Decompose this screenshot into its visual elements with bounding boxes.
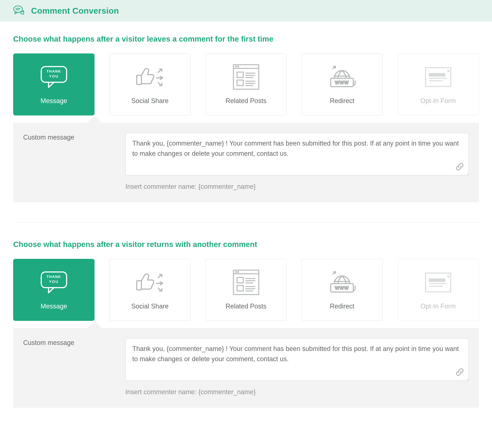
card-label: Opt-In Form [420,302,456,310]
svg-rect-36 [237,278,243,283]
svg-rect-25 [429,73,445,76]
custom-message-label: Custom message [23,338,118,396]
svg-text:YOU: YOU [49,74,59,78]
card-row-first-time: THANK YOU Message Social Sha [13,53,479,115]
card-label: Social Share [131,97,169,105]
card-label: Related Posts [226,302,266,310]
card-related-posts[interactable]: Related Posts [205,259,287,321]
svg-text:YOU: YOU [49,280,59,284]
card-related-posts[interactable]: Related Posts [205,53,287,115]
card-row-returning: THANK YOU Message Social Share [13,259,479,321]
svg-text:WWW: WWW [335,286,349,290]
card-label: Message [41,97,67,105]
card-optin-form: Opt-In Form [398,53,479,115]
section-title-returning: Choose what happens after a visitor retu… [13,240,479,249]
related-posts-icon [232,269,260,295]
svg-rect-50 [429,279,445,281]
card-label: Opt-In Form [420,97,456,105]
custom-message-label: Custom message [23,133,118,190]
section-title-first-time: Choose what happens after a visitor leav… [13,35,479,43]
optin-form-icon [424,64,452,90]
active-card-pointer [13,321,479,328]
insert-link-icon[interactable] [455,368,464,377]
custom-message-textarea[interactable] [126,133,469,175]
card-message[interactable]: THANK YOU Message [13,259,94,321]
custom-message-panel-first-time: Custom message Insert commenter name: {c… [13,123,479,202]
svg-point-9 [236,66,236,67]
commenter-name-hint: Insert commenter name: {commenter_name} [125,388,469,396]
insert-link-icon[interactable] [455,162,464,172]
related-posts-icon [232,64,260,90]
svg-text:THANK: THANK [47,275,61,279]
svg-point-35 [238,272,238,272]
card-label: Related Posts [226,97,266,105]
redirect-globe-icon: WWW [328,64,357,90]
card-redirect[interactable]: WWW Redirect [301,53,383,115]
svg-rect-47 [426,273,451,292]
svg-point-0 [14,6,22,12]
optin-form-icon [424,269,452,295]
svg-point-10 [238,66,238,67]
card-label: Social Share [131,302,169,310]
redirect-globe-icon: WWW [328,269,357,295]
svg-point-34 [236,272,236,272]
svg-rect-6 [137,75,142,84]
active-card-pointer [13,115,479,123]
svg-text:THANK: THANK [47,69,61,73]
card-label: Redirect [330,302,354,310]
svg-rect-40 [237,286,243,291]
card-optin-form: Opt-In Form [398,259,479,321]
comment-conversion-icon [13,5,26,16]
card-message[interactable]: THANK YOU Message [13,53,94,115]
section-divider [13,222,479,223]
page-header: Comment Conversion [0,0,492,21]
thank-you-bubble-icon: THANK YOU [40,64,68,90]
svg-rect-11 [237,72,243,78]
card-redirect[interactable]: WWW Redirect [301,259,383,321]
share-thumb-icon [135,269,165,295]
card-label: Redirect [330,97,354,105]
svg-text:WWW: WWW [335,80,349,85]
svg-rect-31 [137,281,142,290]
card-social-share[interactable]: Social Share [109,259,191,321]
custom-message-textarea[interactable] [126,338,469,380]
svg-rect-22 [426,68,451,87]
card-social-share[interactable]: Social Share [109,53,191,115]
card-label: Message [41,302,67,310]
thank-you-bubble-icon: THANK YOU [40,269,68,295]
page-title: Comment Conversion [31,6,119,16]
custom-message-panel-returning: Custom message Insert commenter name: {c… [13,328,479,408]
commenter-name-hint: Insert commenter name: {commenter_name} [125,183,469,190]
svg-rect-15 [237,80,243,86]
share-thumb-icon [135,64,165,90]
